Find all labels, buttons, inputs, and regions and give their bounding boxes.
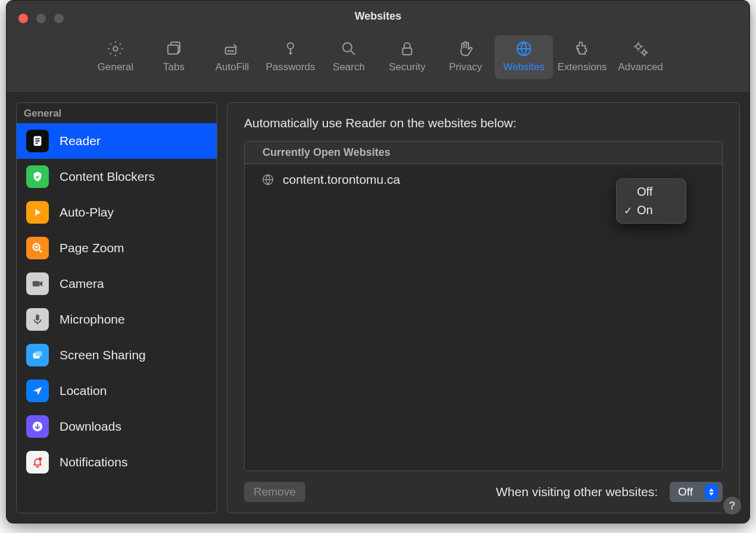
toolbar-label: General	[98, 61, 133, 73]
svg-point-6	[288, 43, 293, 49]
svg-point-3	[228, 51, 229, 52]
svg-point-10	[636, 45, 641, 49]
sidebar-item-auto-play[interactable]: Auto-Play	[17, 195, 217, 230]
windows-icon	[26, 344, 49, 366]
camera-icon	[26, 272, 49, 295]
sidebar-item-label: Screen Sharing	[60, 348, 146, 362]
toolbar-autofill[interactable]: AutoFill	[203, 35, 261, 79]
select-value: Off	[678, 485, 693, 498]
svg-line-18	[39, 250, 42, 253]
globe-icon	[515, 40, 533, 58]
gears-icon	[632, 40, 649, 58]
pencil-box-icon	[223, 40, 241, 58]
toolbar-passwords[interactable]: Passwords	[261, 35, 320, 79]
sidebar-item-label: Content Blockers	[60, 170, 155, 184]
panel-heading: Automatically use Reader on the websites…	[244, 116, 723, 130]
sidebar-item-page-zoom[interactable]: Page Zoom	[17, 230, 217, 266]
checkmark-icon: ✓	[624, 205, 632, 217]
sidebar: General Reader Content Blockers Auto-Pla…	[16, 102, 217, 513]
sidebar-item-microphone[interactable]: Microphone	[17, 302, 217, 337]
dropdown-option-on[interactable]: ✓ On	[620, 201, 682, 220]
window-controls	[18, 14, 64, 23]
table-column-header: Currently Open Websites	[245, 142, 722, 164]
globe-icon	[261, 173, 274, 186]
shield-check-icon	[26, 165, 49, 188]
svg-point-11	[642, 51, 646, 54]
minimize-window-button[interactable]	[36, 14, 46, 23]
other-websites-select[interactable]: Off	[670, 482, 723, 502]
svg-point-28	[39, 457, 42, 461]
svg-marker-26	[33, 387, 42, 396]
sidebar-item-screen-sharing[interactable]: Screen Sharing	[17, 337, 217, 373]
sidebar-item-label: Auto-Play	[60, 205, 114, 220]
toolbar-security[interactable]: Security	[378, 35, 436, 79]
svg-rect-1	[168, 45, 179, 54]
search-icon	[340, 40, 358, 58]
help-button[interactable]: ?	[723, 497, 741, 515]
svg-point-7	[343, 43, 352, 52]
toolbar-label: Websites	[503, 61, 545, 73]
toolbar-label: Extensions	[557, 61, 607, 73]
toolbar-tabs[interactable]: Tabs	[145, 35, 203, 79]
sidebar-item-label: Reader	[60, 134, 101, 148]
toolbar-advanced[interactable]: Advanced	[611, 35, 670, 79]
toolbar-general[interactable]: General	[86, 35, 145, 79]
dropdown-option-off[interactable]: Off	[620, 183, 682, 201]
remove-button[interactable]: Remove	[244, 482, 305, 502]
gear-icon	[107, 40, 124, 58]
sidebar-item-label: Page Zoom	[60, 241, 124, 255]
svg-point-5	[233, 51, 234, 52]
toolbar-search[interactable]: Search	[320, 35, 378, 79]
toolbar-label: Advanced	[618, 61, 663, 73]
toolbar-label: Passwords	[265, 61, 315, 73]
sidebar-section-header: General	[17, 103, 217, 123]
tabs-icon	[165, 40, 183, 58]
toolbar-label: Security	[389, 61, 425, 73]
preferences-toolbar: General Tabs AutoFill Passwords	[7, 32, 749, 93]
play-icon	[26, 201, 49, 224]
toolbar-websites[interactable]: Websites	[495, 35, 553, 79]
toolbar-label: Tabs	[163, 61, 185, 73]
window-title: Websites	[7, 1, 749, 32]
zoom-window-button[interactable]	[54, 14, 64, 23]
sidebar-item-downloads[interactable]: Downloads	[17, 409, 217, 444]
detail-panel: Automatically use Reader on the websites…	[227, 102, 740, 513]
microphone-icon	[26, 308, 49, 331]
svg-rect-8	[403, 48, 412, 55]
sidebar-item-reader[interactable]: Reader	[17, 123, 217, 159]
key-icon	[282, 40, 299, 58]
svg-marker-22	[40, 281, 43, 286]
websites-table: Currently Open Websites content.torontom…	[244, 141, 723, 471]
sidebar-item-camera[interactable]: Camera	[17, 266, 217, 302]
puzzle-icon	[573, 40, 591, 58]
toolbar-label: Search	[333, 61, 365, 73]
dropdown-option-label: On	[637, 203, 653, 217]
row-setting-dropdown-menu[interactable]: Off ✓ On	[616, 178, 686, 224]
other-websites-label: When visiting other websites:	[496, 485, 658, 499]
sidebar-item-location[interactable]: Location	[17, 373, 217, 409]
titlebar: Websites	[7, 1, 749, 32]
svg-marker-16	[35, 209, 40, 216]
sidebar-item-content-blockers[interactable]: Content Blockers	[17, 159, 217, 195]
zoom-icon	[26, 237, 49, 259]
sidebar-item-notifications[interactable]: Notifications	[17, 444, 217, 480]
sidebar-item-label: Camera	[60, 277, 104, 291]
sidebar-item-label: Downloads	[60, 419, 121, 434]
close-window-button[interactable]	[18, 14, 28, 23]
toolbar-extensions[interactable]: Extensions	[553, 35, 611, 79]
toolbar-privacy[interactable]: Privacy	[436, 35, 495, 79]
lock-icon	[398, 40, 416, 58]
svg-rect-25	[35, 352, 42, 356]
preferences-window: Websites General Tabs AutoFill	[6, 0, 750, 523]
chevron-updown-icon	[705, 484, 718, 500]
reader-icon	[26, 130, 49, 152]
download-icon	[26, 415, 49, 438]
svg-point-0	[113, 46, 118, 51]
toolbar-label: AutoFill	[215, 61, 249, 73]
toolbar-label: Privacy	[449, 61, 482, 73]
location-arrow-icon	[26, 380, 49, 402]
sidebar-item-label: Notifications	[60, 455, 127, 469]
bell-icon	[26, 451, 49, 474]
sidebar-item-label: Microphone	[60, 312, 125, 327]
hand-icon	[457, 40, 474, 58]
